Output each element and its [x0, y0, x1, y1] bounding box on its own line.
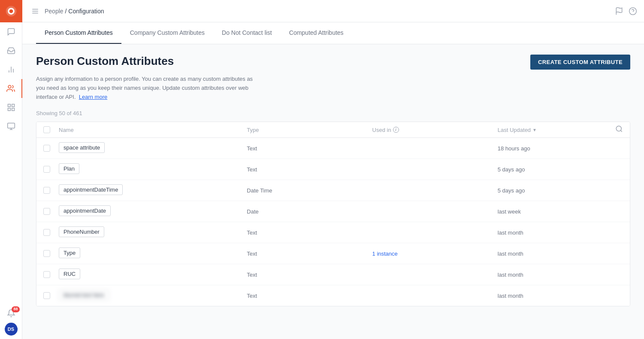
attribute-name: RUC — [59, 269, 80, 279]
create-custom-attribute-button[interactable]: CREATE CUSTOM ATTRIBUTE — [530, 55, 630, 70]
tab-computed-attributes[interactable]: Computed Attributes — [281, 22, 352, 44]
topbar-actions — [615, 7, 637, 15]
attribute-type: Text — [247, 145, 372, 152]
sidebar-item-conversations[interactable] — [0, 22, 22, 41]
row-checkbox[interactable] — [43, 250, 50, 257]
table-header: Name Type Used in i Last Updated ▼ — [36, 122, 630, 138]
table-row: blurred text here Text last month — [36, 285, 630, 306]
attribute-name: appointmentDateTime — [59, 184, 123, 195]
col-header-used-in: Used in i — [372, 127, 498, 133]
attribute-type: Text — [247, 250, 372, 257]
topbar: People / Configuration — [22, 0, 644, 22]
content-area: Person Custom Attributes Company Custom … — [22, 22, 644, 339]
row-checkbox[interactable] — [43, 208, 50, 215]
tabs: Person Custom Attributes Company Custom … — [22, 22, 644, 44]
attribute-type: Text — [247, 229, 372, 236]
main-container: People / Configuration Person Custom Att… — [22, 0, 644, 339]
table-search-button[interactable] — [615, 125, 623, 134]
svg-rect-11 — [7, 123, 15, 128]
row-checkbox[interactable] — [43, 187, 50, 194]
sidebar-item-inbox[interactable] — [0, 41, 22, 60]
attribute-last-updated: 5 days ago — [498, 187, 623, 194]
page-title: Person Custom Attributes — [36, 55, 174, 68]
col-header-type: Type — [247, 127, 372, 133]
sidebar-item-list[interactable] — [0, 98, 22, 117]
sort-icon[interactable]: ▼ — [532, 128, 537, 132]
attribute-type: Text — [247, 272, 372, 278]
attribute-type: Date Time — [247, 187, 372, 194]
svg-point-18 — [629, 7, 637, 15]
expand-sidebar-button[interactable] — [29, 5, 41, 17]
notifications-button[interactable]: 88 — [0, 304, 22, 323]
row-checkbox[interactable] — [43, 166, 50, 173]
select-all-checkbox[interactable] — [43, 126, 50, 133]
tab-do-not-contact[interactable]: Do Not Contact list — [213, 22, 281, 44]
attribute-last-updated: last month — [498, 250, 623, 257]
notification-count: 88 — [12, 306, 19, 312]
breadcrumb: People / Configuration — [45, 8, 104, 15]
table-row: space attribute Text 18 hours ago — [36, 138, 630, 159]
attribute-type: Date — [247, 208, 372, 215]
attribute-last-updated: last week — [498, 208, 623, 215]
attributes-table: Name Type Used in i Last Updated ▼ space… — [36, 122, 630, 306]
attribute-used-in: 1 instance — [372, 250, 498, 257]
page-header: Person Custom Attributes CREATE CUSTOM A… — [36, 55, 630, 70]
page-description: Assign any information to a person profi… — [36, 75, 259, 101]
col-header-name: Name — [59, 127, 247, 133]
tab-company-custom-attributes[interactable]: Company Custom Attributes — [121, 22, 213, 44]
table-row: appointmentDateTime Date Time 5 days ago — [36, 180, 630, 201]
help-icon[interactable] — [629, 7, 637, 15]
sidebar-item-contacts[interactable] — [0, 79, 22, 98]
svg-point-6 — [8, 86, 11, 89]
attribute-name: space attribute — [59, 142, 105, 153]
attribute-last-updated: last month — [498, 293, 623, 299]
svg-point-2 — [9, 9, 13, 13]
row-checkbox[interactable] — [43, 229, 50, 236]
select-all-checkbox-col — [43, 126, 59, 133]
showing-count: Showing 50 of 461 — [36, 110, 630, 116]
avatar[interactable]: DS — [5, 323, 18, 336]
table-row: Plan Text 5 days ago — [36, 159, 630, 180]
attribute-last-updated: 5 days ago — [498, 166, 623, 173]
tab-person-custom-attributes[interactable]: Person Custom Attributes — [36, 22, 121, 44]
attribute-name: appointmentDate — [59, 205, 111, 216]
used-in-info-icon[interactable]: i — [393, 127, 399, 133]
svg-rect-7 — [8, 104, 10, 107]
table-row: PhoneNumber Text last month — [36, 222, 630, 243]
attribute-last-updated: last month — [498, 272, 623, 278]
row-checkbox[interactable] — [43, 292, 50, 299]
row-checkbox[interactable] — [43, 271, 50, 278]
flag-icon[interactable] — [615, 7, 623, 15]
learn-more-link[interactable]: Learn more — [79, 94, 107, 100]
attribute-type: Text — [247, 293, 372, 299]
svg-rect-8 — [12, 104, 14, 107]
table-row: Type Text 1 instance last month — [36, 243, 630, 264]
sidebar: 88 DS — [0, 0, 22, 339]
col-header-last-updated: Last Updated ▼ — [498, 127, 623, 133]
svg-point-20 — [616, 126, 621, 131]
sidebar-bottom: 88 DS — [0, 304, 22, 339]
attribute-last-updated: last month — [498, 229, 623, 236]
attribute-last-updated: 18 hours ago — [498, 145, 623, 152]
attribute-name: PhoneNumber — [59, 226, 104, 237]
attribute-name: blurred text here — [59, 290, 109, 300]
attribute-type: Text — [247, 166, 372, 173]
table-row: appointmentDate Date last week — [36, 201, 630, 222]
attribute-name: Type — [59, 247, 80, 258]
svg-line-21 — [620, 131, 622, 132]
svg-rect-9 — [8, 108, 10, 111]
attribute-name: Plan — [59, 163, 79, 174]
row-checkbox[interactable] — [43, 145, 50, 152]
sidebar-item-reports[interactable] — [0, 60, 22, 79]
sidebar-item-settings[interactable] — [0, 117, 22, 136]
table-row: RUC Text last month — [36, 264, 630, 285]
app-logo[interactable] — [0, 0, 22, 22]
used-in-link[interactable]: 1 instance — [372, 250, 398, 257]
svg-rect-10 — [12, 108, 14, 111]
